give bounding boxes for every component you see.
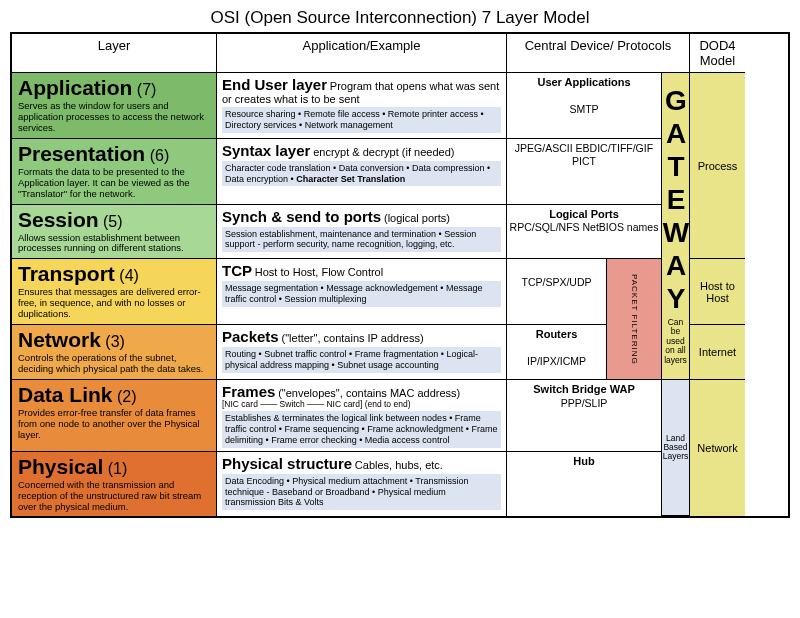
dev-1: Hub: [507, 452, 662, 517]
osi-model-diagram: OSI (Open Source Interconnection) 7 Laye…: [10, 8, 790, 518]
layer-1: Physical (1) Concerned with the transmis…: [12, 452, 217, 517]
gateway-bar: GATEWAY Can be used on all layers: [662, 73, 690, 380]
osi-grid: Layer Application/Example Central Device…: [10, 32, 790, 518]
dev-3: Routers IP/IPX/ICMP: [507, 325, 607, 380]
app-3: Packets ("letter", contains IP address) …: [217, 325, 507, 380]
app-6: Syntax layer encrypt & decrypt (if neede…: [217, 139, 507, 205]
app-2: Frames ("envelopes", contains MAC addres…: [217, 380, 507, 452]
header-app: Application/Example: [217, 34, 507, 73]
layer-3: Network (3) Controls the operations of t…: [12, 325, 217, 380]
dod-network: Network: [690, 380, 745, 517]
layer-2: Data Link (2) Provides error-free transf…: [12, 380, 217, 452]
layer-6: Presentation (6) Formats the data to be …: [12, 139, 217, 205]
app-1: Physical structure Cables, hubs, etc. Da…: [217, 452, 507, 517]
header-dod: DOD4 Model: [690, 34, 745, 73]
dev-6: JPEG/ASCII EBDIC/TIFF/GIF PICT: [507, 139, 662, 205]
dev-5: Logical Ports RPC/SQL/NFS NetBIOS names: [507, 205, 662, 260]
app-4: TCP Host to Host, Flow Control Message s…: [217, 259, 507, 325]
layer-5: Session (5) Allows session establishment…: [12, 205, 217, 260]
dod-process: Process: [690, 73, 745, 259]
app-7: End User layer Program that opens what w…: [217, 73, 507, 139]
dod-host: Host to Host: [690, 259, 745, 325]
dod-internet: Internet: [690, 325, 745, 380]
app-6-detail: Character code translation • Data conver…: [222, 161, 501, 187]
dev-7: User Applications SMTP: [507, 73, 662, 139]
layer-4: Transport (4) Ensures that messages are …: [12, 259, 217, 325]
packet-filtering-bar: PACKET FILTERING: [607, 259, 662, 380]
header-device: Central Device/ Protocols: [507, 34, 690, 73]
diagram-title: OSI (Open Source Interconnection) 7 Laye…: [10, 8, 790, 28]
dev-4: TCP/SPX/UDP: [507, 259, 607, 325]
header-layer: Layer: [12, 34, 217, 73]
dev-2: Switch Bridge WAP PPP/SLIP: [507, 380, 662, 452]
layer-7: Application (7) Serves as the window for…: [12, 73, 217, 139]
app-5: Synch & send to ports (logical ports) Se…: [217, 205, 507, 260]
land-based-label: Land Based Layers: [662, 380, 690, 517]
